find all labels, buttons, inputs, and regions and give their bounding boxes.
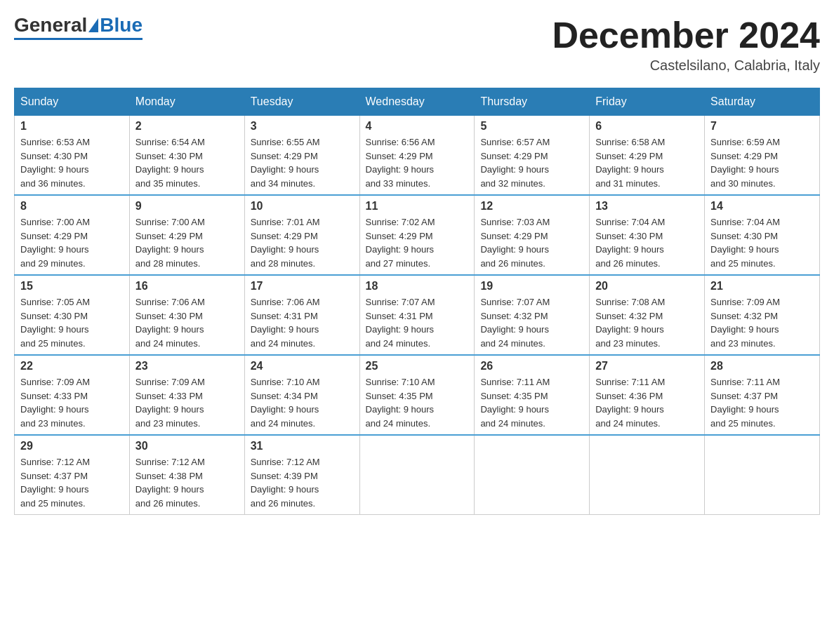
day-info: Sunrise: 7:09 AMSunset: 4:33 PMDaylight:… xyxy=(135,377,205,429)
day-number: 27 xyxy=(595,360,699,373)
day-number: 5 xyxy=(480,120,583,133)
calendar-cell: 16 Sunrise: 7:06 AMSunset: 4:30 PMDaylig… xyxy=(129,275,244,355)
day-info: Sunrise: 6:53 AMSunset: 4:30 PMDaylight:… xyxy=(20,137,90,189)
day-number: 12 xyxy=(480,200,583,213)
calendar-cell: 23 Sunrise: 7:09 AMSunset: 4:33 PMDaylig… xyxy=(129,355,244,435)
weekday-header-row: SundayMondayTuesdayWednesdayThursdayFrid… xyxy=(15,88,820,116)
day-number: 2 xyxy=(135,120,239,133)
weekday-header-saturday: Saturday xyxy=(705,88,820,116)
day-info: Sunrise: 7:06 AMSunset: 4:30 PMDaylight:… xyxy=(135,297,205,349)
calendar-cell xyxy=(705,435,820,515)
calendar-cell: 25 Sunrise: 7:10 AMSunset: 4:35 PMDaylig… xyxy=(359,355,475,435)
day-info: Sunrise: 7:10 AMSunset: 4:35 PMDaylight:… xyxy=(366,377,435,429)
calendar-cell: 3 Sunrise: 6:55 AMSunset: 4:29 PMDayligh… xyxy=(244,116,359,196)
day-number: 25 xyxy=(366,360,469,373)
weekday-header-monday: Monday xyxy=(129,88,244,116)
calendar-cell: 13 Sunrise: 7:04 AMSunset: 4:30 PMDaylig… xyxy=(590,195,705,275)
day-info: Sunrise: 7:09 AMSunset: 4:33 PMDaylight:… xyxy=(20,377,90,429)
day-info: Sunrise: 6:54 AMSunset: 4:30 PMDaylight:… xyxy=(135,137,205,189)
calendar-cell: 9 Sunrise: 7:00 AMSunset: 4:29 PMDayligh… xyxy=(129,195,244,275)
calendar-week-3: 15 Sunrise: 7:05 AMSunset: 4:30 PMDaylig… xyxy=(15,275,820,355)
calendar-cell: 15 Sunrise: 7:05 AMSunset: 4:30 PMDaylig… xyxy=(15,275,130,355)
calendar-week-4: 22 Sunrise: 7:09 AMSunset: 4:33 PMDaylig… xyxy=(15,355,820,435)
calendar-cell: 22 Sunrise: 7:09 AMSunset: 4:33 PMDaylig… xyxy=(15,355,130,435)
day-number: 18 xyxy=(366,280,469,293)
day-number: 6 xyxy=(595,120,699,133)
calendar-cell: 10 Sunrise: 7:01 AMSunset: 4:29 PMDaylig… xyxy=(244,195,359,275)
day-number: 20 xyxy=(595,280,699,293)
calendar-cell xyxy=(359,435,475,515)
location: Castelsilano, Calabria, Italy xyxy=(552,58,820,74)
day-info: Sunrise: 6:59 AMSunset: 4:29 PMDaylight:… xyxy=(710,137,780,189)
calendar-cell: 6 Sunrise: 6:58 AMSunset: 4:29 PMDayligh… xyxy=(590,116,705,196)
day-number: 17 xyxy=(251,280,354,293)
day-number: 24 xyxy=(251,360,354,373)
calendar-cell: 31 Sunrise: 7:12 AMSunset: 4:39 PMDaylig… xyxy=(244,435,359,515)
day-number: 13 xyxy=(595,200,699,213)
day-info: Sunrise: 6:57 AMSunset: 4:29 PMDaylight:… xyxy=(480,137,550,189)
logo: General Blue xyxy=(14,14,143,40)
logo-triangle-icon xyxy=(88,18,98,32)
calendar-week-5: 29 Sunrise: 7:12 AMSunset: 4:37 PMDaylig… xyxy=(15,435,820,515)
day-info: Sunrise: 6:58 AMSunset: 4:29 PMDaylight:… xyxy=(595,137,665,189)
calendar-week-1: 1 Sunrise: 6:53 AMSunset: 4:30 PMDayligh… xyxy=(15,116,820,196)
calendar-cell: 5 Sunrise: 6:57 AMSunset: 4:29 PMDayligh… xyxy=(475,116,590,196)
day-info: Sunrise: 7:12 AMSunset: 4:38 PMDaylight:… xyxy=(135,457,205,509)
calendar-cell: 24 Sunrise: 7:10 AMSunset: 4:34 PMDaylig… xyxy=(244,355,359,435)
day-info: Sunrise: 7:07 AMSunset: 4:32 PMDaylight:… xyxy=(480,297,550,349)
title-section: December 2024 Castelsilano, Calabria, It… xyxy=(552,14,820,74)
day-number: 30 xyxy=(135,440,239,452)
day-number: 7 xyxy=(710,120,814,133)
day-info: Sunrise: 7:04 AMSunset: 4:30 PMDaylight:… xyxy=(595,217,665,269)
calendar-table: SundayMondayTuesdayWednesdayThursdayFrid… xyxy=(14,88,820,515)
calendar-cell: 18 Sunrise: 7:07 AMSunset: 4:31 PMDaylig… xyxy=(359,275,475,355)
calendar-cell: 4 Sunrise: 6:56 AMSunset: 4:29 PMDayligh… xyxy=(359,116,475,196)
day-number: 29 xyxy=(20,440,124,452)
day-info: Sunrise: 7:00 AMSunset: 4:29 PMDaylight:… xyxy=(20,217,90,269)
day-number: 1 xyxy=(20,120,124,133)
calendar-cell: 12 Sunrise: 7:03 AMSunset: 4:29 PMDaylig… xyxy=(475,195,590,275)
day-number: 11 xyxy=(366,200,469,213)
day-number: 31 xyxy=(251,440,354,452)
calendar-cell: 17 Sunrise: 7:06 AMSunset: 4:31 PMDaylig… xyxy=(244,275,359,355)
day-info: Sunrise: 7:10 AMSunset: 4:34 PMDaylight:… xyxy=(251,377,320,429)
day-number: 10 xyxy=(251,200,354,213)
day-info: Sunrise: 7:03 AMSunset: 4:29 PMDaylight:… xyxy=(480,217,550,269)
weekday-header-tuesday: Tuesday xyxy=(244,88,359,116)
day-number: 26 xyxy=(480,360,583,373)
day-number: 15 xyxy=(20,280,124,293)
day-number: 9 xyxy=(135,200,239,213)
calendar-cell: 27 Sunrise: 7:11 AMSunset: 4:36 PMDaylig… xyxy=(590,355,705,435)
day-info: Sunrise: 7:06 AMSunset: 4:31 PMDaylight:… xyxy=(251,297,320,349)
weekday-header-friday: Friday xyxy=(590,88,705,116)
calendar-cell: 8 Sunrise: 7:00 AMSunset: 4:29 PMDayligh… xyxy=(15,195,130,275)
day-number: 22 xyxy=(20,360,124,373)
page-header: General Blue December 2024 Castelsilano,… xyxy=(14,14,820,74)
day-number: 4 xyxy=(366,120,469,133)
day-number: 21 xyxy=(710,280,814,293)
calendar-cell: 7 Sunrise: 6:59 AMSunset: 4:29 PMDayligh… xyxy=(705,116,820,196)
calendar-cell: 11 Sunrise: 7:02 AMSunset: 4:29 PMDaylig… xyxy=(359,195,475,275)
day-info: Sunrise: 7:07 AMSunset: 4:31 PMDaylight:… xyxy=(366,297,435,349)
calendar-cell: 2 Sunrise: 6:54 AMSunset: 4:30 PMDayligh… xyxy=(129,116,244,196)
calendar-cell: 20 Sunrise: 7:08 AMSunset: 4:32 PMDaylig… xyxy=(590,275,705,355)
weekday-header-sunday: Sunday xyxy=(15,88,130,116)
day-info: Sunrise: 7:04 AMSunset: 4:30 PMDaylight:… xyxy=(710,217,780,269)
day-info: Sunrise: 6:55 AMSunset: 4:29 PMDaylight:… xyxy=(251,137,320,189)
day-info: Sunrise: 7:11 AMSunset: 4:36 PMDaylight:… xyxy=(595,377,665,429)
weekday-header-wednesday: Wednesday xyxy=(359,88,475,116)
day-info: Sunrise: 7:09 AMSunset: 4:32 PMDaylight:… xyxy=(710,297,780,349)
calendar-cell: 14 Sunrise: 7:04 AMSunset: 4:30 PMDaylig… xyxy=(705,195,820,275)
day-number: 23 xyxy=(135,360,239,373)
weekday-header-thursday: Thursday xyxy=(475,88,590,116)
day-number: 28 xyxy=(710,360,814,373)
day-info: Sunrise: 7:12 AMSunset: 4:39 PMDaylight:… xyxy=(251,457,320,509)
calendar-cell xyxy=(590,435,705,515)
logo-underline xyxy=(14,38,143,40)
day-number: 19 xyxy=(480,280,583,293)
calendar-cell: 30 Sunrise: 7:12 AMSunset: 4:38 PMDaylig… xyxy=(129,435,244,515)
logo-general-text: General xyxy=(14,14,87,36)
day-info: Sunrise: 7:00 AMSunset: 4:29 PMDaylight:… xyxy=(135,217,205,269)
day-info: Sunrise: 6:56 AMSunset: 4:29 PMDaylight:… xyxy=(366,137,435,189)
calendar-cell: 1 Sunrise: 6:53 AMSunset: 4:30 PMDayligh… xyxy=(15,116,130,196)
